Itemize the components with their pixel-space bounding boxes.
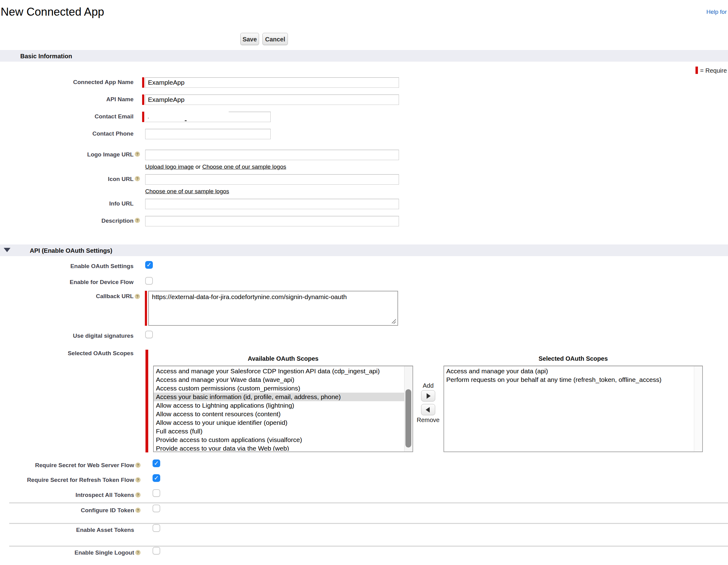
upload-logo-image-link[interactable]: Upload logo image: [145, 164, 194, 170]
available-scopes-heading: Available OAuth Scopes: [153, 355, 413, 362]
enable-oauth-settings-checkbox[interactable]: [145, 261, 153, 269]
contact-phone-input[interactable]: [145, 129, 271, 139]
list-item[interactable]: Allow access to Lightning applications (…: [154, 401, 405, 410]
selected-oauth-scopes-label: Selected OAuth Scopes: [0, 350, 134, 357]
introspect-all-tokens-label: Introspect All Tokens: [0, 491, 134, 498]
use-digital-signatures-label: Use digital signatures: [0, 332, 134, 339]
required-bar-icon: [145, 350, 148, 452]
list-item[interactable]: Access and manage your Salesforce CDP In…: [154, 367, 405, 375]
remove-scope-button[interactable]: [421, 404, 435, 415]
configure-id-token-label: Configure ID Token: [0, 507, 134, 514]
help-icon[interactable]: ?: [135, 508, 141, 513]
enable-asset-tokens-checkbox[interactable]: [153, 524, 160, 532]
page-title: New Connected App: [1, 6, 104, 18]
choose-sample-logos-link[interactable]: Choose one of our sample logos: [145, 188, 229, 195]
redaction-artifact: [185, 120, 187, 121]
remove-label: Remove: [416, 416, 440, 424]
logo-image-url-label: Logo Image URL: [0, 151, 134, 158]
api-name-input[interactable]: [145, 95, 399, 105]
list-item[interactable]: Allow access to your unique identifier (…: [154, 418, 405, 427]
cancel-button[interactable]: Cancel: [262, 33, 288, 45]
divider: [9, 546, 728, 547]
require-secret-refresh-label: Require Secret for Refresh Token Flow: [0, 476, 134, 483]
basic-information-title: Basic Information: [20, 53, 72, 60]
contact-phone-label: Contact Phone: [0, 130, 134, 137]
help-icon[interactable]: ?: [135, 550, 141, 555]
help-icon[interactable]: ?: [135, 176, 140, 181]
divider: [9, 502, 728, 503]
connected-app-name-label: Connected App Name: [0, 79, 134, 86]
new-connected-app-page: New Connected App Help for Save Cancel B…: [0, 0, 728, 565]
add-scope-button[interactable]: [421, 390, 435, 401]
resize-handle-icon[interactable]: [390, 318, 396, 324]
help-link[interactable]: Help for: [706, 9, 727, 15]
list-item[interactable]: Provide access to custom applications (v…: [154, 435, 405, 444]
required-bar-icon: [142, 95, 144, 105]
available-scopes-list[interactable]: Access and manage your Salesforce CDP In…: [153, 366, 413, 452]
description-label: Description: [0, 217, 134, 224]
help-icon[interactable]: ?: [135, 477, 141, 482]
selected-scopes-list[interactable]: Access and manage your data (api)Perform…: [443, 366, 703, 452]
choose-sample-logos-link[interactable]: Choose one of our sample logos: [202, 164, 286, 170]
save-button[interactable]: Save: [240, 33, 259, 45]
configure-id-token-checkbox[interactable]: [153, 505, 160, 512]
scrollbar-thumb[interactable]: [405, 389, 411, 447]
enable-single-logout-checkbox[interactable]: [153, 547, 160, 555]
list-item[interactable]: Access your basic information (id, profi…: [154, 393, 405, 401]
contact-email-label: Contact Email: [0, 113, 134, 120]
add-label: Add: [421, 382, 435, 389]
icon-url-label: Icon URL: [0, 176, 134, 183]
require-secret-web-label: Require Secret for Web Server Flow: [0, 462, 134, 469]
enable-device-flow-checkbox[interactable]: [145, 277, 153, 284]
callback-url-label: Callback URL: [0, 292, 134, 300]
enable-device-flow-label: Enable for Device Flow: [0, 279, 134, 285]
required-bar-icon: [145, 291, 147, 326]
selected-scopes-heading: Selected OAuth Scopes: [443, 355, 703, 362]
collapse-triangle-icon[interactable]: [4, 248, 10, 252]
scrollbar[interactable]: [404, 366, 412, 451]
require-secret-refresh-checkbox[interactable]: [153, 474, 160, 482]
help-icon[interactable]: ?: [135, 294, 140, 299]
icon-url-input[interactable]: [145, 174, 399, 185]
enable-single-logout-label: Enable Single Logout: [0, 549, 134, 556]
list-item[interactable]: Access custom permissions (custom_permis…: [154, 384, 405, 393]
required-bar-icon: [142, 77, 144, 88]
help-icon[interactable]: ?: [135, 492, 141, 497]
required-bar-icon: [695, 67, 698, 74]
list-item[interactable]: Access and manage your data (api): [444, 367, 694, 375]
callback-url-textarea[interactable]: [148, 291, 398, 326]
redaction-overlay: [145, 110, 229, 114]
enable-asset-tokens-label: Enable Asset Tokens: [0, 526, 134, 533]
required-bar-icon: [142, 112, 144, 122]
use-digital-signatures-checkbox[interactable]: [145, 331, 153, 338]
list-item[interactable]: Perform requests on your behalf at any t…: [444, 375, 694, 384]
scrollbar[interactable]: [694, 366, 702, 451]
basic-information-section-header: [0, 50, 728, 62]
help-icon[interactable]: ?: [135, 152, 140, 157]
required-legend: = Require: [700, 67, 727, 74]
left-arrow-icon: [426, 407, 430, 412]
description-input[interactable]: [145, 216, 399, 227]
connected-app-name-input[interactable]: [145, 77, 399, 88]
api-oauth-section-title: API (Enable OAuth Settings): [30, 247, 112, 254]
logo-image-url-input[interactable]: [145, 150, 399, 160]
require-secret-web-checkbox[interactable]: [153, 459, 160, 467]
list-item[interactable]: Allow access to content resources (conte…: [154, 410, 405, 418]
list-item[interactable]: Full access (full): [154, 427, 405, 435]
divider: [9, 523, 728, 524]
list-item[interactable]: Provide access to your data via the Web …: [154, 444, 405, 451]
or-text: or: [194, 164, 202, 170]
api-name-label: API Name: [0, 96, 134, 103]
info-url-label: Info URL: [0, 200, 134, 207]
right-arrow-icon: [427, 393, 431, 399]
introspect-all-tokens-checkbox[interactable]: [153, 489, 160, 497]
enable-oauth-settings-label: Enable OAuth Settings: [0, 263, 134, 270]
list-item[interactable]: Access and manage your Wave data (wave_a…: [154, 375, 405, 384]
info-url-input[interactable]: [145, 199, 399, 209]
help-icon[interactable]: ?: [135, 462, 141, 468]
help-icon[interactable]: ?: [135, 218, 140, 223]
